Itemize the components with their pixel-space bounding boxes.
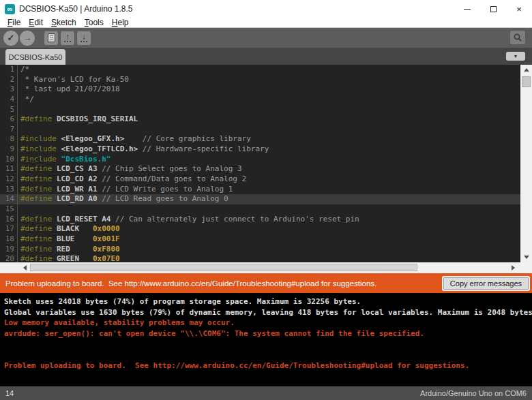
error-message: Problem uploading to board. See http://w…: [5, 279, 376, 288]
menu-tools[interactable]: Tools: [80, 18, 108, 27]
console-line: [0, 339, 532, 350]
vertical-scrollbar[interactable]: [520, 65, 532, 262]
save-sketch-button[interactable]: ↓: [77, 31, 91, 45]
line-number: 18: [0, 234, 18, 245]
code-line[interactable]: 13#define LCD_WR A1 // LCD Write goes to…: [0, 185, 520, 195]
code-line[interactable]: 19#define RED 0xF800: [0, 245, 520, 255]
tab-dcsbios-ka50[interactable]: DCSBIOS-Ka50: [5, 49, 65, 65]
console-line: avrdude: ser_open(): can't open device "…: [0, 328, 532, 339]
line-number: 8: [0, 134, 18, 144]
line-number: 14: [0, 194, 18, 204]
chevron-down-icon: ▼: [514, 54, 518, 59]
scroll-left-button[interactable]: [19, 262, 30, 273]
tray-icon: [80, 41, 87, 42]
code-line[interactable]: 20#define GREEN 0x07E0: [0, 254, 520, 262]
arduino-ide-window: ∞ DCSBIOS-Ka50 | Arduino 1.8.5 × File Ed…: [0, 0, 532, 400]
serial-monitor-button[interactable]: [510, 31, 525, 44]
minimize-icon: [464, 9, 471, 10]
line-number: 3: [0, 84, 18, 95]
window-controls: ×: [454, 0, 532, 18]
line-number: 20: [0, 254, 18, 262]
scroll-up-button[interactable]: [520, 65, 532, 75]
title-bar: ∞ DCSBIOS-Ka50 | Arduino 1.8.5 ×: [0, 0, 532, 18]
code-line[interactable]: 1/*: [0, 65, 520, 75]
upload-button[interactable]: →: [20, 31, 35, 46]
tray-icon: [64, 41, 71, 42]
code-line[interactable]: 3 * last upd 21/07/2018: [0, 84, 520, 95]
line-number: 5: [0, 105, 18, 115]
up-arrow-icon: ↑: [65, 33, 70, 40]
error-banner: Problem uploading to board. See http://w…: [0, 273, 532, 293]
code-line[interactable]: 16#define LCD_RESET A4 // Can alternatel…: [0, 215, 520, 225]
code-line[interactable]: 14#define LCD_RD A0 // LCD Read goes to …: [0, 194, 520, 204]
verify-button[interactable]: ✓: [3, 31, 18, 46]
code-area[interactable]: 1/*2 * Karon's LCD for Ka-503 * last upd…: [0, 65, 520, 262]
line-number: 10: [0, 155, 18, 165]
new-sketch-button[interactable]: [44, 31, 58, 45]
right-arrow-icon: [512, 265, 515, 271]
menu-sketch[interactable]: Sketch: [47, 18, 80, 27]
menu-edit[interactable]: Edit: [25, 18, 47, 27]
minimize-button[interactable]: [454, 0, 480, 18]
tab-strip: DCSBIOS-Ka50 ▼: [0, 48, 532, 65]
line-number: 12: [0, 174, 18, 185]
line-number: 16: [0, 215, 18, 225]
magnifier-icon: [513, 33, 522, 42]
console-line: Problem uploading to board. See http://w…: [0, 360, 532, 371]
console-line: Low memory available, stability problems…: [0, 318, 532, 328]
maximize-button[interactable]: [480, 0, 506, 18]
document-icon: [48, 33, 55, 42]
menu-help[interactable]: Help: [108, 18, 133, 27]
code-line[interactable]: 6#define DCSBIOS_IRQ_SERIAL: [0, 114, 520, 125]
line-number: 4: [0, 95, 18, 105]
console-output: Sketch uses 24018 bytes (74%) of program…: [0, 293, 532, 386]
close-button[interactable]: ×: [506, 0, 532, 18]
line-number: 13: [0, 185, 18, 195]
maximize-icon: [490, 6, 497, 12]
line-number: 7: [0, 125, 18, 135]
code-line[interactable]: 4 */: [0, 95, 520, 105]
down-arrow-icon: [524, 256, 529, 259]
close-icon: ×: [516, 5, 522, 14]
menu-file[interactable]: File: [3, 18, 25, 27]
code-line[interactable]: 7: [0, 125, 520, 135]
code-line[interactable]: 8#include <Elegoo_GFX.h> // Core graphic…: [0, 134, 520, 144]
tab-list-dropdown-button[interactable]: ▼: [506, 52, 525, 61]
console-line: [0, 350, 532, 360]
line-number: 9: [0, 144, 18, 155]
window-title: DCSBIOS-Ka50 | Arduino 1.8.5: [19, 4, 133, 14]
code-line[interactable]: 5: [0, 105, 520, 115]
code-line[interactable]: 10#include "DcsBios.h": [0, 155, 520, 165]
code-line[interactable]: 18#define BLUE 0x001F: [0, 234, 520, 245]
scrollbar-corner: [520, 262, 532, 273]
editor: 1/*2 * Karon's LCD for Ka-503 * last upd…: [0, 65, 532, 262]
copy-error-messages-button[interactable]: Copy error messages: [443, 277, 529, 290]
status-bar: 14 Arduino/Genuino Uno on COM6: [0, 386, 532, 400]
scroll-down-button[interactable]: [520, 252, 532, 262]
vertical-scroll-thumb[interactable]: [522, 76, 531, 87]
check-icon: ✓: [8, 33, 15, 43]
right-arrow-icon: →: [23, 33, 32, 43]
left-arrow-icon: [23, 265, 27, 271]
line-number: 1: [0, 65, 18, 75]
line-number: 11: [0, 164, 18, 174]
code-line[interactable]: 12#define LCD_CD A2 // Command/Data goes…: [0, 174, 520, 185]
code-line[interactable]: 11#define LCD_CS A3 // Chip Select goes …: [0, 164, 520, 174]
code-line[interactable]: 15: [0, 204, 520, 215]
line-number: 6: [0, 114, 18, 125]
line-number: 17: [0, 224, 18, 234]
line-number: 2: [0, 75, 18, 85]
code-line[interactable]: 9#include <Elegoo_TFTLCD.h> // Hardware-…: [0, 144, 520, 155]
horizontal-scrollbar[interactable]: [0, 262, 532, 273]
console-line: Global variables use 1630 bytes (79%) of…: [0, 307, 532, 318]
board-port-label: Arduino/Genuino Uno on COM6: [420, 389, 527, 397]
arduino-logo-icon: ∞: [5, 4, 15, 14]
down-arrow-icon: ↓: [82, 33, 86, 40]
scroll-right-button[interactable]: [507, 262, 518, 273]
code-line[interactable]: 2 * Karon's LCD for Ka-50: [0, 75, 520, 85]
code-line[interactable]: 17#define BLACK 0x0000: [0, 224, 520, 234]
open-sketch-button[interactable]: ↑: [61, 31, 74, 45]
up-arrow-icon: [524, 68, 529, 72]
horizontal-scroll-thumb[interactable]: [30, 264, 417, 271]
toolbar: ✓ → ↑ ↓: [0, 27, 532, 48]
